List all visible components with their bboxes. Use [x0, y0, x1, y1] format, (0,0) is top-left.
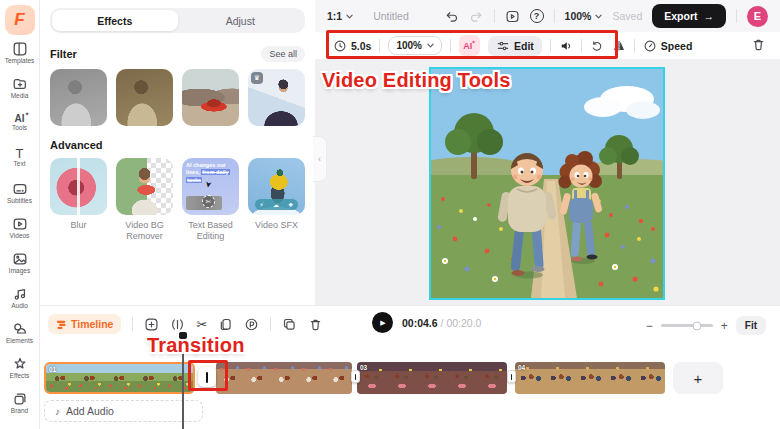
sidebar-item-label: Templates: [5, 58, 35, 65]
trim-scissors-button[interactable]: ✂: [196, 318, 207, 331]
aspect-ratio-select[interactable]: 1:1: [327, 10, 353, 22]
bg-remover-thumb[interactable]: [116, 158, 173, 215]
play-button[interactable]: ▶: [372, 312, 393, 333]
advanced-item-video-sfx[interactable]: ⚡☁❖ Video SFX: [248, 158, 305, 231]
timeline-mode-button[interactable]: Timeline: [48, 314, 121, 334]
redo-button[interactable]: [469, 9, 484, 24]
export-button[interactable]: Export →: [652, 4, 726, 28]
advanced-item-bg-remover[interactable]: Video BG Remover: [116, 158, 173, 242]
sidebar-item-videos[interactable]: Videos: [0, 210, 40, 245]
divider: [581, 39, 582, 53]
see-all-button[interactable]: See all: [261, 46, 305, 62]
advanced-item-blur[interactable]: Blur: [50, 158, 107, 231]
blur-thumb[interactable]: [50, 158, 107, 215]
time-display: 00:04.6 / 00:20.0: [402, 317, 481, 329]
timeline-section: Timeline ✂ ▶ 00:04.6 / 00:20.0 − + Fit: [40, 305, 780, 429]
layers-icon: ❖: [288, 201, 293, 208]
preview-button[interactable]: [505, 9, 520, 24]
delete-clip-button[interactable]: [751, 37, 766, 52]
timeline-clip-02[interactable]: [216, 362, 352, 394]
sidebar-item-elements[interactable]: Elements: [0, 315, 40, 350]
effects-star-icon: [12, 356, 28, 372]
filter-thumb-grayscale[interactable]: [50, 69, 107, 126]
playback-controls: ▶ 00:04.6 / 00:20.0: [372, 312, 481, 333]
clip-scale-select[interactable]: 100%: [388, 36, 442, 55]
flip-horizontal-button[interactable]: [612, 39, 626, 53]
playhead-handle[interactable]: [179, 332, 187, 339]
canvas-zoom-select[interactable]: 100%: [565, 10, 603, 22]
sidebar-item-media[interactable]: Media: [0, 70, 40, 105]
duplicate-button[interactable]: [218, 317, 233, 332]
zoom-out-button[interactable]: −: [646, 320, 653, 332]
sidebar-item-images[interactable]: Images: [0, 245, 40, 280]
sidebar-item-label: Text: [14, 161, 26, 168]
timeline-zoom-slider[interactable]: [661, 324, 713, 327]
help-button[interactable]: ?: [530, 9, 544, 23]
sidebar-item-brand[interactable]: Brand: [0, 385, 40, 420]
advanced-item-text-based-editing[interactable]: AI changes ourlives, from dailytasks ✂ ➤…: [182, 158, 239, 242]
timeline-clip-01[interactable]: 01: [44, 362, 195, 394]
transition-marker-3[interactable]: [507, 370, 516, 383]
timeline-clip-03[interactable]: 03: [357, 362, 507, 394]
timeline-button-label: Timeline: [71, 318, 113, 330]
cursor-icon: ➤: [203, 180, 213, 188]
filter-thumb-sepia[interactable]: [116, 69, 173, 126]
rotate-button[interactable]: [590, 39, 604, 53]
advanced-thumbnails: Blur Video BG Remover AI changes ourlive…: [50, 158, 305, 242]
clip-number: 04: [518, 364, 525, 371]
copy-button[interactable]: [282, 317, 297, 332]
add-media-button[interactable]: [144, 317, 159, 332]
saved-status: Saved: [612, 10, 642, 22]
clock-icon: [333, 39, 347, 53]
ai-enhance-button[interactable]: AI✦: [459, 35, 480, 56]
fit-button[interactable]: Fit: [736, 316, 766, 335]
transition-bar-icon: [206, 372, 208, 383]
filter-thumbnails: ♛: [50, 69, 305, 126]
split-clip-button[interactable]: [170, 317, 185, 332]
picture-in-picture-button[interactable]: [244, 317, 259, 332]
advanced-item-label: Blur: [70, 220, 86, 231]
add-audio-label: Add Audio: [66, 405, 114, 417]
videos-icon: [12, 216, 28, 232]
sidebar-item-label: Elements: [6, 338, 33, 345]
filter-thumb-car[interactable]: [182, 69, 239, 126]
transition-button[interactable]: [198, 367, 216, 387]
slider-handle[interactable]: [693, 321, 702, 330]
timeline-zoom-controls: − + Fit: [646, 316, 766, 335]
text-based-editing-thumb[interactable]: AI changes ourlives, from dailytasks ✂ ➤: [182, 158, 239, 215]
speed-button[interactable]: Speed: [643, 39, 693, 53]
sidebar: F Templates Media AI✦ Tools T Text Subti…: [0, 0, 40, 429]
add-clip-button[interactable]: +: [673, 362, 723, 394]
sidebar-item-label: Images: [9, 268, 30, 275]
divider: [550, 39, 551, 53]
project-title[interactable]: Untitled: [373, 10, 409, 22]
add-audio-button[interactable]: ♪ Add Audio: [44, 400, 203, 422]
delete-button[interactable]: [308, 317, 323, 332]
edit-button[interactable]: Edit: [488, 36, 542, 56]
divider: [132, 317, 133, 331]
tab-effects[interactable]: Effects: [52, 10, 178, 31]
duration-control[interactable]: 5.0s: [333, 39, 371, 53]
app-logo[interactable]: F: [5, 5, 35, 35]
sfx-icons-pill: ⚡☁❖: [255, 199, 298, 210]
zoom-in-button[interactable]: +: [721, 320, 728, 332]
sidebar-item-effects[interactable]: Effects: [0, 350, 40, 385]
sidebar-item-subtitles[interactable]: Subtitles: [0, 175, 40, 210]
sidebar-item-templates[interactable]: Templates: [0, 35, 40, 70]
user-avatar[interactable]: E: [747, 6, 768, 27]
video-sfx-thumb[interactable]: ⚡☁❖: [248, 158, 305, 215]
chevron-down-icon: [595, 14, 602, 19]
undo-button[interactable]: [444, 9, 459, 24]
sidebar-item-tools[interactable]: AI✦ Tools: [0, 105, 40, 140]
tab-adjust[interactable]: Adjust: [178, 10, 304, 31]
sidebar-item-text[interactable]: T Text: [0, 140, 40, 175]
arrow-right-icon: →: [704, 10, 715, 22]
filter-thumb-portrait[interactable]: ♛: [248, 69, 305, 126]
transition-marker-2[interactable]: [351, 370, 360, 383]
timeline-clip-04[interactable]: 04: [515, 362, 665, 394]
volume-button[interactable]: [559, 39, 573, 53]
panel-collapse-button[interactable]: ‹: [313, 136, 327, 182]
current-time: 00:04.6: [402, 317, 438, 329]
selected-video-clip[interactable]: [429, 67, 665, 300]
sidebar-item-audio[interactable]: Audio: [0, 280, 40, 315]
